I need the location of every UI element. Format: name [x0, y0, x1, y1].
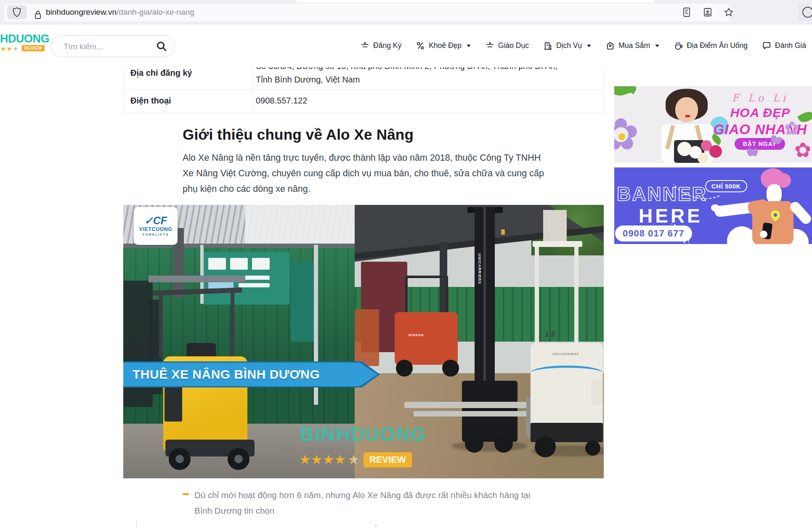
table-border-right: [603, 67, 604, 113]
article-paragraph: Alo Xe Nâng là nền tảng trực tuyến, được…: [183, 150, 553, 197]
purple-flower-decor: ✿: [614, 112, 639, 156]
coffee-cup-icon: [674, 41, 683, 50]
logo-review-badge: REVIEW: [22, 45, 45, 51]
white-truck-model: 1.5: [545, 330, 555, 339]
skylight: [245, 205, 355, 244]
table-row-label-phone: Điện thoại: [130, 96, 171, 106]
pink-flower-decor: ✿: [794, 140, 811, 160]
white-truck-blue-stripe: [531, 366, 603, 380]
bullet-text: Dù chỉ mới hoạt động hơn 6 năm, nhưng Al…: [194, 487, 535, 518]
active-tab-bottom: [297, 0, 653, 3]
nav-item-dang-ky[interactable]: Đăng Ký: [361, 41, 401, 50]
chevron-down-icon: [467, 45, 471, 47]
teal-cabinet: [291, 262, 315, 342]
reader-mode-button[interactable]: [679, 5, 694, 19]
bouquet-flower: [698, 153, 709, 163]
vietcuong-logo-card: ✓CF VIETCUONG FORKLIFTS: [134, 207, 178, 245]
fork-arm: [404, 402, 528, 408]
chevron-down-icon: [655, 45, 659, 47]
fork-arm: [414, 411, 528, 417]
page-title: Giới thiệu chung về Alo Xe Nâng: [183, 126, 414, 143]
nav-item-khoe-dep[interactable]: Khoẻ Đẹp: [416, 41, 471, 50]
mast-rail-gap: [483, 207, 486, 384]
banner-here-ad[interactable]: BANNER HERE CHỈ 500K 0908 017 677: [614, 167, 812, 244]
tracking-protection-button[interactable]: [7, 5, 27, 19]
table-border-mid: [252, 67, 252, 113]
table-divider: [123, 113, 604, 113]
vcf-logo-sub: FORKLIFTS: [143, 233, 169, 236]
nav-item-giao-duc[interactable]: Giáo Dục: [486, 41, 529, 50]
flower-shop-ad[interactable]: ✿ F Lo Li HOA ĐẸP GIAO NHANH ĐẶT NGAY ✿ …: [614, 86, 812, 163]
reader-mode-icon: [682, 7, 691, 17]
vcf-logo-name: VIETCUONG: [139, 226, 172, 232]
wheel: [465, 434, 483, 453]
ad-brand: F Lo Li: [712, 92, 809, 104]
holding-hand: [760, 231, 767, 238]
search-box[interactable]: [50, 35, 175, 57]
ad-phone-number[interactable]: 0908 017 677: [615, 226, 692, 241]
watermark-rating: ★★★★★★ REVIEW: [299, 452, 412, 467]
guard-post: [231, 291, 234, 358]
nav-item-danh-gia[interactable]: Đánh Giá: [762, 41, 806, 50]
url-display[interactable]: binhduongreview.vn/danh-gia/alo-xe-nang: [46, 8, 194, 17]
shadow: [451, 440, 527, 451]
nav-item-dia-diem-an-uong[interactable]: Địa Điểm Ăn Uống: [674, 41, 748, 50]
search-icon: [156, 41, 167, 52]
ribbon-text: THUÊ XE NÂNG BÌNH DƯƠNG: [123, 367, 320, 382]
download-tray-icon: [703, 7, 712, 17]
star-icon: [724, 7, 734, 17]
browser-toolbar: binhduongreview.vn/danh-gia/alo-xe-nang: [0, 0, 812, 24]
mast-brand-label: UNICARRIERS: [478, 253, 482, 284]
vcf-logo-mark: ✓CF: [144, 215, 167, 226]
bouquet-flower: [709, 145, 722, 158]
account-button[interactable]: [798, 3, 812, 21]
table-divider: [123, 89, 604, 90]
price-badge: CHỈ 500K: [705, 180, 747, 192]
rent-ribbon: THUÊ XE NÂNG BÌNH DƯƠNG: [123, 361, 380, 387]
url-bar[interactable]: binhduongreview.vn/danh-gia/alo-xe-nang: [3, 3, 730, 22]
site-logo[interactable]: HDUONG: [0, 32, 49, 45]
dark-forklift-silhouette: [123, 281, 153, 407]
forklift-carriage: [149, 276, 245, 282]
search-button[interactable]: [156, 41, 167, 52]
rating-stars: ★★★★★★: [299, 453, 359, 467]
shield-icon: [13, 7, 21, 17]
table-row-label-address: Địa chỉ đăng ký: [130, 68, 192, 78]
table-border-left: [123, 67, 124, 113]
pointing-hand: [711, 204, 719, 211]
guard-post: [159, 294, 163, 358]
article-hero-image: NISSAN UNICARRIERS 1.5 UNICARRIERS ✓CF V…: [123, 205, 604, 478]
percent-icon: [416, 41, 425, 50]
bookmark-button[interactable]: [722, 5, 736, 19]
orange-lift: [355, 309, 379, 366]
guard-post: [535, 244, 539, 345]
location-pin-dot: [774, 213, 777, 217]
nav-label: Mua Sắm: [618, 41, 650, 50]
account-circle-icon: [798, 5, 812, 19]
logo-stars: ★★★: [0, 45, 19, 53]
wheel-hub: [234, 455, 243, 463]
url-domain: binhduongreview.vn: [46, 8, 117, 16]
search-input[interactable]: [63, 36, 153, 58]
building-doc-icon: [544, 41, 552, 50]
flower-center: [618, 133, 625, 140]
column-post: [200, 245, 204, 304]
shopping-bag-icon: [606, 41, 615, 50]
wheel: [535, 436, 556, 457]
lock-icon: [34, 10, 42, 20]
wheel: [442, 360, 459, 377]
guard-post: [574, 244, 578, 345]
nav-label: Khoẻ Đẹp: [429, 41, 462, 50]
purple-flower-decor: ✿: [784, 119, 800, 138]
nav-item-dich-vu[interactable]: Dịch Vụ: [544, 41, 591, 50]
nav-label: Đánh Giá: [775, 41, 806, 50]
beacon-light: [501, 229, 505, 235]
nav-item-mua-sam[interactable]: Mua Sắm: [606, 41, 659, 50]
save-page-button[interactable]: [701, 5, 715, 19]
wheel: [396, 360, 413, 377]
white-truck-mast-top: [543, 210, 567, 244]
table-row-value-phone: 0908.557.122: [256, 96, 307, 106]
page-artifact-dot: [375, 525, 377, 526]
next-section-border: [136, 521, 137, 528]
forklift-stripe: [165, 386, 182, 422]
